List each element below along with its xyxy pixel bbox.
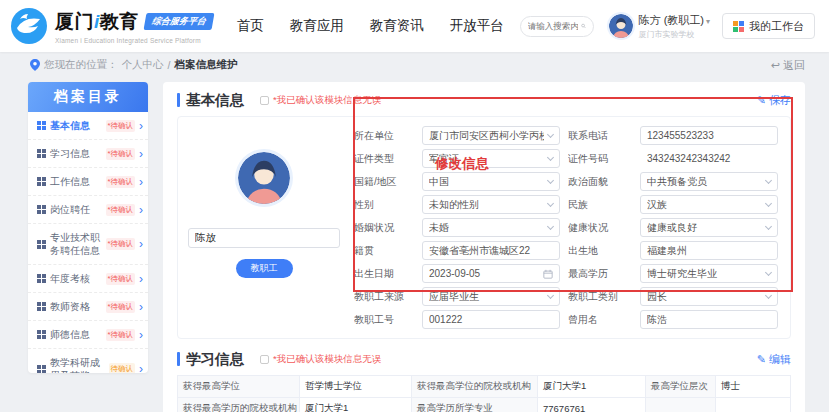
field-value: 343243242343242	[647, 153, 771, 164]
table-label-cell: 获得最高学位	[178, 376, 300, 398]
table-label-cell: 最高学历所学专业	[412, 398, 538, 412]
section-title-study: 学习信息 *我已确认该模块信息无误	[177, 350, 381, 369]
select-caret-icon	[547, 130, 554, 137]
table-label-cell: 最高学位层次	[646, 376, 716, 398]
sidebar-item[interactable]: 基本信息*待确认›	[28, 112, 148, 140]
table-label-cell	[646, 398, 716, 412]
form-field[interactable]: 博士研究生毕业	[640, 264, 778, 283]
profile-photo[interactable]	[238, 152, 290, 204]
brand-badge: 综合服务平台	[143, 13, 214, 30]
breadcrumb-current: 档案信息维护	[174, 58, 237, 72]
nav-item[interactable]: 教育资讯	[370, 17, 424, 35]
form-label: 健康状况	[568, 221, 632, 235]
checkbox-icon[interactable]	[260, 96, 269, 105]
table-value-cell: 博士	[716, 376, 791, 398]
form-field[interactable]: 汉族	[640, 195, 778, 214]
form-field[interactable]: 未知的性别	[422, 195, 560, 214]
form-field[interactable]: 2023-09-05	[422, 264, 560, 283]
form-field[interactable]: 应届毕业生	[422, 287, 560, 306]
grid-icon	[37, 149, 46, 158]
edit-pencil-icon: ✎	[757, 94, 766, 107]
form-field[interactable]: 健康或良好	[640, 218, 778, 237]
form-field[interactable]: 中共预备党员	[640, 172, 778, 191]
name-input[interactable]	[188, 228, 340, 248]
form-field[interactable]: 园长	[640, 287, 778, 306]
breadcrumb: 您现在的位置： 个人中心 / 档案信息维护 ↩ 返回	[0, 52, 829, 78]
field-value: 陈浩	[647, 313, 771, 327]
select-caret-icon	[765, 268, 772, 275]
sidebar-item[interactable]: 教学科研成果及获奖待确认›	[28, 349, 148, 373]
form-label: 证件类型	[354, 152, 414, 166]
nav-item[interactable]: 教育应用	[290, 17, 344, 35]
confirm-checkbox-study[interactable]: *我已确认该模块信息无误	[260, 353, 381, 366]
sidebar-item-label: 岗位聘任	[50, 203, 102, 216]
search-box[interactable]	[520, 16, 594, 37]
confirm-text: *我已确认该模块信息无误	[273, 353, 381, 366]
back-button[interactable]: ↩ 返回	[771, 58, 805, 73]
sidebar-item[interactable]: 教师资格*待确认›	[28, 293, 148, 321]
search-icon	[581, 21, 586, 31]
form-label: 曾用名	[568, 313, 632, 327]
breadcrumb-prefix: 您现在的位置：	[44, 58, 118, 72]
grid-icon	[37, 330, 46, 339]
form-field[interactable]: 福建泉州	[640, 241, 778, 260]
field-value: 应届毕业生	[429, 290, 544, 304]
sidebar-item[interactable]: 专业技术职务聘任信息*待确认›	[28, 224, 148, 265]
form-field[interactable]: 军官证	[422, 149, 560, 168]
form-label: 籍贯	[354, 244, 414, 258]
sidebar-item[interactable]: 年度考核*待确认›	[28, 265, 148, 293]
search-input[interactable]	[528, 21, 578, 31]
sidebar-item[interactable]: 师德信息*待确认›	[28, 321, 148, 349]
top-bar: 厦门i教育 综合服务平台 Xiamen i Education Integrat…	[0, 0, 829, 52]
form-label: 最高学历	[568, 267, 632, 281]
user-menu[interactable]: 陈方 (教职工)▾ 厦门市实验学校	[609, 13, 710, 40]
sidebar-item[interactable]: 岗位聘任*待确认›	[28, 196, 148, 224]
edit-button[interactable]: ✎ 编辑	[757, 352, 791, 367]
role-badge: 教职工	[236, 259, 293, 278]
sidebar-item[interactable]: 学习信息*待确认›	[28, 140, 148, 168]
table-label-cell: 获得最高学历的院校或机构	[178, 398, 300, 412]
form-field[interactable]: 厦门市同安区西柯小学丙校区	[422, 126, 560, 145]
form-field[interactable]: 安徽省亳州市谯城区22	[422, 241, 560, 260]
select-caret-icon	[765, 199, 772, 206]
table-label-cell: 获得最高学位的院校或机构	[412, 376, 538, 398]
main-panel: 基本信息 *我已确认该模块信息无误 ✎ 保存	[163, 82, 805, 412]
chevron-right-icon: ›	[139, 148, 143, 160]
title-bar-accent	[177, 352, 180, 366]
nav-item[interactable]: 首页	[237, 17, 264, 35]
sidebar-item-label: 专业技术职务聘任信息	[50, 231, 102, 257]
confirm-checkbox-basic[interactable]: *我已确认该模块信息无误	[260, 94, 381, 107]
form-field[interactable]: 123455523233	[640, 126, 778, 145]
profile-column: 教职工	[188, 126, 340, 329]
sidebar-item-label: 工作信息	[50, 175, 102, 188]
nav-item[interactable]: 开放平台	[450, 17, 504, 35]
sidebar-item[interactable]: 工作信息*待确认›	[28, 168, 148, 196]
field-value: 中共预备党员	[647, 175, 762, 189]
table-value-cell: 厦门大学1	[300, 398, 412, 412]
select-caret-icon	[547, 153, 554, 160]
chevron-right-icon: ›	[139, 238, 143, 250]
form-label: 教职工号	[354, 313, 414, 327]
form-field[interactable]: 中国	[422, 172, 560, 191]
back-label: 返回	[783, 58, 805, 73]
form-field[interactable]: 陈浩	[640, 310, 778, 329]
breadcrumb-parent[interactable]: 个人中心	[122, 58, 164, 72]
form-label: 国籍/地区	[354, 175, 414, 189]
form-field[interactable]: 343243242343242	[640, 149, 778, 168]
basic-info-header: 基本信息 *我已确认该模块信息无误 ✎ 保存	[177, 90, 791, 110]
breadcrumb-separator: /	[168, 59, 171, 71]
pending-badge: *待确认	[106, 238, 135, 250]
field-value: 汉族	[647, 198, 762, 212]
form-field[interactable]: 未婚	[422, 218, 560, 237]
grid-icon	[37, 302, 46, 311]
save-button[interactable]: ✎ 保存	[757, 93, 791, 108]
field-value: 未知的性别	[429, 198, 544, 212]
brand[interactable]: 厦门i教育 综合服务平台 Xiamen i Education Integrat…	[10, 7, 213, 45]
select-caret-icon	[765, 176, 772, 183]
study-table: 获得最高学位哲学博士学位获得最高学位的院校或机构厦门大学1最高学位层次博士获得最…	[177, 375, 791, 412]
checkbox-icon[interactable]	[260, 355, 269, 364]
workbench-button[interactable]: 我的工作台	[722, 13, 815, 39]
form-field[interactable]: 001222	[422, 310, 560, 329]
grid-icon	[37, 365, 46, 374]
select-caret-icon	[547, 291, 554, 298]
